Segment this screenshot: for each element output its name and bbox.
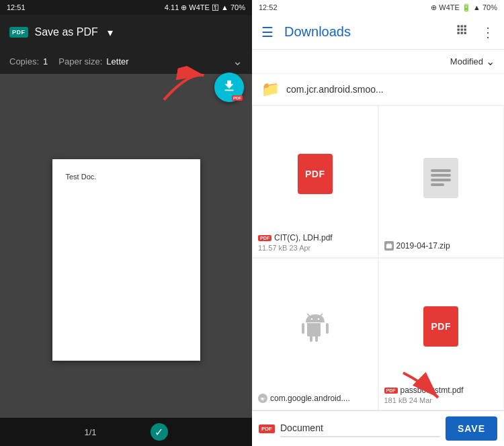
file-name-row-apk: com.google.android.... [258,394,372,403]
android-icon [299,311,331,350]
sort-arrow-icon[interactable]: ⌄ [486,55,495,68]
left-header: PDF Save as PDF ▾ [0,15,252,50]
sort-bar: Modified ⌄ [252,50,504,74]
dropdown-arrow-icon[interactable]: ▾ [108,26,113,39]
file-name-apk: com.google.android.... [270,394,372,403]
printer-name: Save as PDF [35,26,98,38]
save-pdf-icon: PDF [259,425,275,433]
left-header-left: PDF Save as PDF ▾ [9,26,113,39]
small-pdf-badge-2: PDF [384,388,398,394]
pdf2-icon-area: PDF [384,267,499,386]
papersize-value: Letter [106,56,128,66]
files-grid: PDF PDF CIT(C), LDH.pdf 11.57 kB 23 Apr [252,105,504,410]
left-time: 12:51 [7,3,26,11]
file-name-row-pdf1: PDF CIT(C), LDH.pdf [258,233,372,242]
filename-input[interactable] [280,420,440,437]
zip-icon-area [384,114,499,241]
file-cell-pdf1[interactable]: PDF PDF CIT(C), LDH.pdf 11.57 kB 23 Apr [252,105,378,258]
expand-arrow-icon[interactable]: ⌄ [233,54,243,69]
right-status-icons: ⊕ W4TE 🔋 ▲ 70% [431,3,497,12]
save-bar: PDF SAVE [252,410,504,446]
checkmark-icon: ✓ [151,423,168,441]
hamburger-icon[interactable]: ☰ [261,24,274,40]
file-info-zip: 2019-04-17.zip [384,241,499,252]
download-fab[interactable]: PDF [214,73,244,102]
save-arrow-container [396,369,444,406]
file-cell-apk[interactable]: com.google.android.... [252,258,378,410]
right-header: ☰ Downloads ⋮ [252,15,504,50]
more-options-icon[interactable]: ⋮ [481,24,495,40]
left-subheader: Copies: 1 Paper size: Letter ⌄ [0,50,252,74]
small-pdf-badge-1: PDF [258,235,271,241]
apk-icon-area [258,267,372,394]
right-content: Modified ⌄ 📁 com.jcr.android.smoo... PDF… [252,50,504,446]
file-meta-pdf1: 11.57 kB 23 Apr [258,244,372,252]
folder-item[interactable]: 📁 com.jcr.android.smoo... [252,74,504,105]
left-panel: 12:51 4.11 ⊕ W4TE ⚿ ▲ 70% PDF Save as PD… [0,0,252,446]
sort-label: Modified [450,56,483,66]
fab-pdf-label: PDF [232,95,243,101]
header-icons: ⋮ [456,24,495,40]
right-panel: 12:52 ⊕ W4TE 🔋 ▲ 70% ☰ Downloads ⋮ Modif… [252,0,504,446]
zip-large-icon [423,158,458,198]
pdf-large-icon-2: PDF [423,306,458,347]
copies-label: Copies: [9,56,39,66]
print-preview-area: Test Doc. [0,74,252,446]
file-info-apk: com.google.android.... [258,394,372,404]
page-text: Test Doc. [66,173,187,181]
file-info-pdf1: PDF CIT(C), LDH.pdf 11.57 kB 23 Apr [258,233,372,252]
file-name-zip: 2019-04-17.zip [396,241,499,251]
left-status-icons: 4.11 ⊕ W4TE ⚿ ▲ 70% [165,3,245,12]
pdf-badge: PDF [9,27,28,38]
folder-icon: 📁 [261,81,280,98]
page-counter-bar: 1/1 ✓ [0,418,252,446]
file-name-pdf1: CIT(C), LDH.pdf [274,233,372,242]
folder-name: com.jcr.android.smoo... [286,84,384,95]
copies-section: Copies: 1 [9,56,48,66]
papersize-section: Paper size: Letter [58,56,128,66]
small-apk-badge [258,394,267,403]
pdf-large-icon: PDF [298,154,333,194]
copies-value: 1 [43,56,48,66]
page-preview: Test Doc. [52,159,200,361]
file-cell-zip[interactable]: 2019-04-17.zip [378,105,505,258]
pdf-icon-area: PDF [258,114,372,233]
left-status-bar: 12:51 4.11 ⊕ W4TE ⚿ ▲ 70% [0,0,252,15]
downloads-title: Downloads [284,24,456,40]
right-time: 12:52 [259,3,278,11]
save-button[interactable]: SAVE [446,416,497,441]
file-name-row-zip: 2019-04-17.zip [384,241,499,251]
right-status-bar: 12:52 ⊕ W4TE 🔋 ▲ 70% [252,0,504,15]
page-counter: 1/1 [84,427,96,437]
papersize-label: Paper size: [58,56,102,66]
grid-view-icon[interactable] [456,24,469,40]
small-zip-badge [384,241,394,251]
download-icon [222,79,237,97]
